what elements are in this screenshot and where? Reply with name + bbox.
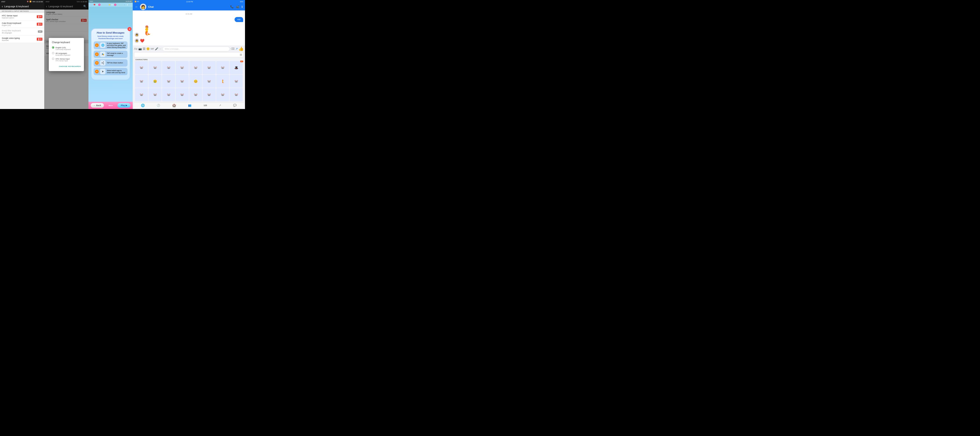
- message-input[interactable]: Write a message...: [162, 46, 230, 51]
- emoji-2[interactable]: 🐭: [162, 61, 175, 74]
- toggle-emoji-blitz[interactable]: OFF: [38, 30, 43, 33]
- emoji-14[interactable]: 🧜: [216, 75, 229, 88]
- emoji-11[interactable]: 🐭: [176, 75, 189, 88]
- radio-english[interactable]: English (US) Cute Emoji Keyboard: [52, 46, 81, 50]
- play-arrow-icon: ▶: [126, 104, 127, 107]
- settings-item-cute-content: Cute Emoji Keyboard English (US): [2, 22, 21, 26]
- back-arrow-icon[interactable]: ‹: [2, 5, 3, 8]
- radio-circle-all[interactable]: [52, 52, 54, 54]
- emoji-22[interactable]: 🐭: [216, 88, 229, 101]
- emoji-0[interactable]: 🐭: [135, 61, 148, 74]
- step-4-number: 4: [95, 70, 99, 73]
- emoji-23[interactable]: 🐭: [229, 88, 243, 101]
- play-game-button[interactable]: Play ▶: [118, 103, 130, 108]
- radio-circle-english[interactable]: [52, 46, 54, 49]
- header-action-icons: 📞 📹 ℹ: [230, 5, 243, 8]
- call-icon[interactable]: 📞: [230, 5, 234, 8]
- emoji-1[interactable]: 🐭: [149, 61, 162, 74]
- radio-all-languages[interactable]: All Languages Emoji Blitz Keyboard: [52, 52, 81, 56]
- like-button[interactable]: 👍: [239, 46, 243, 51]
- panel3-disney-game: AT&T 10:28 AM ❤️ 13 + ⭐ 330 + 💎 0 ✕ How …: [89, 0, 133, 109]
- image-icon[interactable]: 🖼: [143, 47, 145, 50]
- more-button[interactable]: More: [108, 104, 113, 107]
- game-time: 10:28 AM: [126, 1, 131, 2]
- radio-htc-row[interactable]: HTC Sense Input: [52, 57, 81, 60]
- emoji-15[interactable]: 🐭: [229, 75, 243, 88]
- mic-icon[interactable]: 🎤: [155, 47, 158, 50]
- emoji-grid: 🐭 🐭 🐭 🐭 🐭 🐭 🐭 🎩 🐭 😢 🐭 🐭 😊 🐭 🧜 🐭 🐭 🐭 🐭: [134, 61, 243, 101]
- emoji-10[interactable]: 🐭: [162, 75, 175, 88]
- emoji-8[interactable]: 🐭: [135, 75, 148, 88]
- share-kb-icon[interactable]: ↗: [219, 104, 221, 107]
- heart-icon: ❤️: [94, 4, 95, 6]
- num-kb-icon[interactable]: 123: [204, 104, 207, 107]
- clock-kb-icon[interactable]: 🕐: [157, 104, 160, 107]
- castle-kb-icon[interactable]: 🏰: [172, 104, 176, 107]
- emoji-18[interactable]: 🐭: [162, 88, 175, 101]
- emoji-16[interactable]: 🐭: [135, 88, 148, 101]
- radio-sublabel-htc: HTC Sense Input: [56, 60, 81, 62]
- apps-grid-icon[interactable]: ⊞: [240, 53, 242, 56]
- how-to-modal: ✕ How to Send Messages Send Disney emoji…: [91, 28, 130, 80]
- speech-kb-icon[interactable]: 💬: [233, 104, 237, 107]
- emoji-4[interactable]: 🐭: [189, 61, 202, 74]
- delete-icon[interactable]: ⌫: [231, 47, 235, 50]
- emoji-21[interactable]: 🐭: [202, 88, 216, 101]
- emoji-5[interactable]: 🐭: [202, 61, 216, 74]
- settings-item-blitz-subtitle: All Languages: [2, 32, 21, 34]
- game-content-area: ✕ How to Send Messages Send Disney emoji…: [89, 7, 133, 102]
- radio-circle-htc[interactable]: [52, 57, 54, 60]
- radio-label-htc: HTC Sense Input: [56, 58, 69, 60]
- globe-kb-icon[interactable]: 🌐: [141, 104, 145, 107]
- emoji-6[interactable]: 🐭: [216, 61, 229, 74]
- emoji-icon[interactable]: 🙂: [146, 47, 150, 50]
- toggle-cute-emoji[interactable]: ON: [37, 23, 43, 26]
- emoji-13[interactable]: 🐭: [202, 75, 216, 88]
- settings-item-htc-content: HTC Sense Input Keyboard options: [2, 14, 18, 19]
- game-top-bar: ❤️ 13 + ⭐ 330 + 💎 0: [89, 3, 133, 7]
- toggle-htc[interactable]: ON: [37, 15, 43, 18]
- messenger-back-button[interactable]: ←: [135, 5, 138, 9]
- emoji-12[interactable]: 😊: [189, 75, 202, 88]
- settings-item-htc[interactable]: HTC Sense Input Keyboard options ON: [0, 13, 44, 21]
- choose-keyboards-button[interactable]: CHOOSE KEYBOARDS: [59, 65, 81, 67]
- people-kb-icon[interactable]: 👥: [188, 104, 191, 107]
- settings-item-cute-subtitle: English (US): [2, 24, 21, 26]
- emoji-7[interactable]: 🎩: [229, 61, 243, 74]
- camera-icon[interactable]: 📷: [138, 47, 142, 50]
- panel1-language-keyboard: AT&T 🔇 📶 76% 10:19 AM ‹ Language & keybo…: [0, 0, 44, 109]
- text-input-icon[interactable]: Aa: [134, 47, 137, 50]
- gem-score: 0: [127, 4, 128, 6]
- game-bottom-bar: ← Back More Play ▶: [89, 102, 133, 109]
- emoji-19[interactable]: 🐭: [176, 88, 189, 101]
- back-game-button[interactable]: ← Back: [91, 103, 104, 108]
- radio-htc[interactable]: HTC Sense Input HTC Sense Input: [52, 57, 81, 62]
- info-icon[interactable]: ℹ: [242, 5, 243, 8]
- emoji-17[interactable]: 🐭: [149, 88, 162, 101]
- battery-text: 76%: [32, 1, 35, 3]
- share-icon[interactable]: ↗: [235, 47, 238, 50]
- settings-item-google-voice[interactable]: Google voice typing Automatic ON: [0, 35, 44, 43]
- emoji-20[interactable]: 🐭: [189, 88, 202, 101]
- time-text: 10:19 AM: [36, 1, 43, 3]
- toggle-google-voice[interactable]: ON: [37, 38, 43, 41]
- radio-english-row[interactable]: English (US): [52, 46, 81, 49]
- gif-icon[interactable]: GIF: [151, 48, 154, 50]
- status-bar-panel1: AT&T 🔇 📶 76% 10:19 AM: [0, 0, 44, 3]
- settings-item-cute-emoji[interactable]: Cute Emoji Keyboard English (US) ON: [0, 21, 44, 28]
- emoji-3[interactable]: 🐭: [176, 61, 189, 74]
- sender-avatar-2: 👩: [135, 38, 139, 43]
- page-title: Language & keyboard: [4, 5, 29, 8]
- radio-all-row[interactable]: All Languages: [52, 52, 81, 54]
- settings-item-emoji-blitz[interactable]: Emoji Blitz Keyboard All Languages OFF: [0, 28, 44, 35]
- emoji-9[interactable]: 😢: [149, 75, 162, 88]
- close-modal-button[interactable]: ✕: [127, 27, 132, 31]
- step-4-item: 4 Select which app to share with and tap…: [94, 68, 127, 75]
- nav-header-panel1[interactable]: ‹ Language & keyboard: [0, 3, 44, 10]
- video-call-icon[interactable]: 📹: [236, 5, 239, 8]
- keyboard-search-input[interactable]: [136, 54, 239, 56]
- more-icon[interactable]: ···: [159, 47, 162, 50]
- score-hearts: ❤️ 13 +: [94, 4, 100, 6]
- chat-input-area: Aa 📷 🖼 🙂 GIF 🎤 ··· Write a message... ⌫ …: [133, 45, 245, 109]
- heart-score: 13: [96, 4, 98, 6]
